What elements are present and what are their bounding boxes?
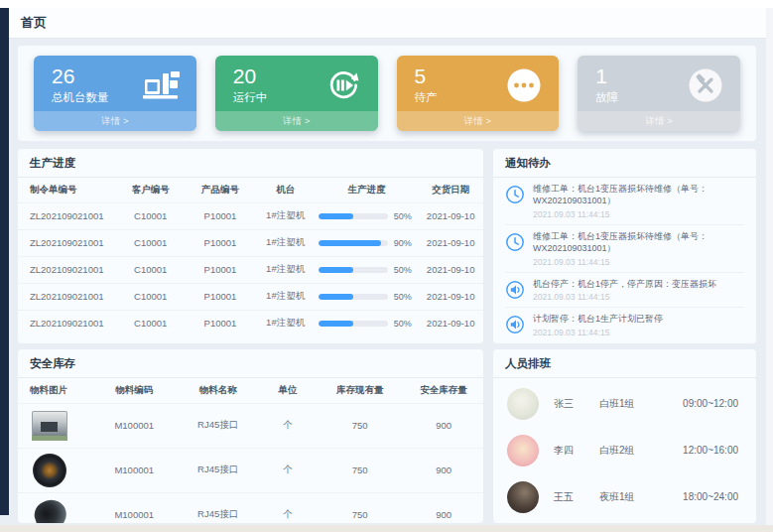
material-image-cell (18, 492, 92, 523)
material-image-cell (18, 448, 92, 492)
staff-schedule-title: 人员排班 (493, 349, 756, 378)
progress-cell: 90% (316, 229, 418, 256)
speaker-icon (505, 280, 525, 300)
notification-text: 计划暂停：机台1生产计划已暂停 (533, 314, 663, 326)
material-no-cell: M100001 (92, 492, 176, 523)
progress-percent: 50% (394, 265, 416, 275)
waiting-detail-link[interactable]: 详情 > (397, 111, 560, 131)
progress-cell: 50% (316, 310, 418, 336)
progress-bar (319, 294, 388, 300)
stat-card-waiting[interactable]: 5 待产 详情 > (397, 56, 560, 131)
machine-cell: 1#注塑机 (255, 310, 316, 336)
running-label: 运行中 (233, 90, 268, 105)
cycle-play-icon (323, 67, 363, 103)
progress-bar (319, 213, 388, 219)
progress-cell: 50% (316, 256, 418, 283)
machine-cell: 1#注塑机 (255, 202, 316, 229)
col-product-no: 产品编号 (186, 178, 255, 202)
safety-stock-title: 安全库存 (18, 349, 483, 378)
table-row: ZL202109021001 C10001 P10001 1#注塑机 50% 2… (18, 256, 483, 283)
delivery-date-cell: 2021-09-10 (418, 310, 483, 336)
staff-row: 王五 夜班1组 18:00~24:00 (507, 473, 742, 520)
col-unit: 单位 (260, 378, 316, 403)
notification-item[interactable]: 机台停产：机台1停产，停产原因：变压器损坏 2021.09.03 11:44:1… (505, 273, 744, 309)
col-safety-qty: 安全库存量 (404, 378, 483, 403)
progress-percent: 50% (394, 292, 416, 302)
card-body: 20 运行中 (215, 56, 378, 111)
notification-text: 维修工单：机台1变压器损坏待维修（单号：WX202109031001） (533, 231, 744, 255)
waiting-count: 5 (415, 65, 438, 88)
col-material-name: 物料名称 (176, 378, 259, 403)
notifications-panel: 通知待办 维修工单：机台1变压器损坏待维修（单号：WX202109031001）… (493, 149, 756, 343)
product-no-cell: P10001 (186, 202, 255, 229)
table-row: M100001 RJ45接口 个 750 900 (18, 403, 483, 448)
production-progress-title: 生产进度 (18, 149, 483, 178)
notification-time: 2021.09.03 11:44:15 (533, 209, 744, 219)
col-order-no: 制令单编号 (18, 178, 115, 202)
staff-name: 王五 (554, 490, 599, 504)
total-machines-count: 26 (52, 65, 109, 88)
material-name-cell: RJ45接口 (176, 492, 259, 523)
scrollbar-track[interactable] (766, 8, 773, 525)
material-no-cell: M100001 (92, 403, 176, 448)
page-title: 首页 (21, 14, 47, 32)
fault-detail-link[interactable]: 详情 > (578, 111, 740, 131)
progress-percent: 50% (394, 319, 416, 329)
material-no-cell: M100001 (92, 448, 176, 492)
customer-no-cell: C10001 (115, 202, 185, 229)
notification-item[interactable]: 维修工单：机台1变压器损坏待维修（单号：WX202109031001） 2021… (505, 178, 744, 225)
notification-text: 维修工单：机台1变压器损坏待维修（单号：WX202109031001） (533, 184, 744, 207)
customer-no-cell: C10001 (115, 256, 185, 283)
col-machine: 机台 (255, 178, 316, 202)
product-no-cell: P10001 (186, 310, 255, 336)
table-row: M100001 RJ45接口 个 750 900 (18, 492, 483, 523)
staff-name: 李四 (554, 444, 599, 458)
product-no-cell: P10001 (186, 229, 255, 256)
order-no-cell: ZL202109021001 (18, 229, 115, 256)
col-material-image: 物料图片 (18, 378, 92, 403)
machine-cell: 1#注塑机 (255, 229, 316, 256)
order-no-cell: ZL202109021001 (18, 256, 115, 283)
table-row: ZL202109021001 C10001 P10001 1#注塑机 50% 2… (18, 283, 483, 310)
progress-percent: 90% (394, 238, 416, 248)
order-no-cell: ZL202109021001 (18, 283, 115, 310)
progress-cell: 50% (316, 202, 418, 229)
total-machines-detail-link[interactable]: 详情 > (34, 111, 196, 131)
material-image-cell (18, 403, 92, 448)
window-top-strip (0, 0, 773, 8)
running-detail-link[interactable]: 详情 > (215, 111, 378, 131)
sidebar-edge (0, 8, 9, 515)
staff-shift: 夜班1组 (599, 490, 675, 504)
safety-qty-cell: 900 (404, 448, 483, 492)
delivery-date-cell: 2021-09-10 (418, 229, 483, 256)
page-header: 首页 (9, 8, 766, 39)
production-progress-panel: 生产进度 制令单编号 客户编号 产品编号 机台 生产进度 交货日期 ZL2021… (18, 149, 483, 343)
material-name-cell: RJ45接口 (176, 448, 259, 492)
order-no-cell: ZL202109021001 (18, 310, 115, 336)
safety-stock-table: 物料图片 物料编码 物料名称 单位 库存现有量 安全库存量 M100001 RJ… (18, 378, 483, 523)
stat-card-fault[interactable]: 1 故障 详情 > (578, 56, 740, 131)
notification-item[interactable]: 计划暂停：机台1生产计划已暂停 2021.09.03 11:44:15 (505, 308, 744, 342)
stat-card-running[interactable]: 20 运行中 详情 > (215, 56, 378, 131)
notification-item[interactable]: 维修工单：机台1变压器损坏待维修（单号：WX202109031001） 2021… (505, 225, 744, 273)
material-name-cell: RJ45接口 (176, 403, 259, 448)
staff-time: 09:00~12:00 (683, 398, 742, 409)
machine-cell: 1#注塑机 (255, 283, 316, 310)
delivery-date-cell: 2021-09-10 (418, 202, 483, 229)
table-header-row: 制令单编号 客户编号 产品编号 机台 生产进度 交货日期 (18, 178, 483, 202)
current-qty-cell: 750 (316, 448, 404, 492)
current-qty-cell: 750 (316, 492, 404, 523)
product-no-cell: P10001 (186, 256, 255, 283)
col-current-qty: 库存现有量 (316, 378, 404, 403)
notification-list: 维修工单：机台1变压器损坏待维修（单号：WX202109031001） 2021… (493, 178, 756, 342)
repair-tools-icon (686, 67, 725, 103)
safety-qty-cell: 900 (404, 403, 483, 448)
staff-time: 12:00~16:00 (683, 445, 742, 456)
col-progress: 生产进度 (316, 178, 418, 202)
unit-cell: 个 (260, 492, 316, 523)
staff-name: 张三 (554, 397, 599, 411)
stat-card-total-machines[interactable]: 26 总机台数量 详情 > (34, 56, 196, 131)
zhangsan-avatar (507, 388, 539, 420)
notification-time: 2021.09.03 11:44:15 (533, 292, 716, 302)
staff-shift: 白班2组 (599, 444, 675, 458)
